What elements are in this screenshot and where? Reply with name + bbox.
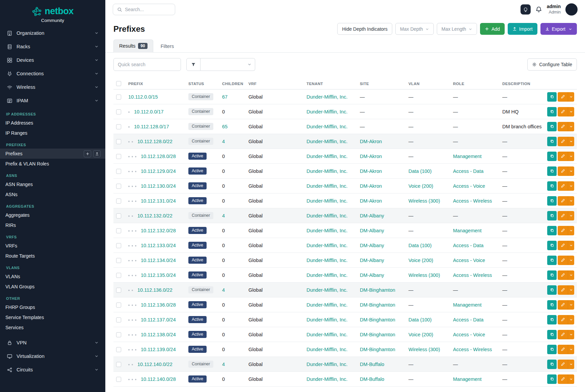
prefix-link[interactable]: 10.112.137.0/24 bbox=[141, 317, 176, 322]
row-checkbox[interactable] bbox=[116, 273, 121, 278]
tenant-link[interactable]: Dunder-Mifflin, Inc. bbox=[307, 302, 347, 308]
role-link[interactable]: Access - Wireless bbox=[453, 272, 492, 278]
import-prefixes-button[interactable] bbox=[93, 150, 101, 157]
row-checkbox[interactable] bbox=[116, 303, 121, 308]
sidebar-item-route-targets[interactable]: Route Targets bbox=[0, 251, 105, 261]
sidebar-item-prefixes[interactable]: Prefixes bbox=[0, 149, 105, 159]
sidebar-item-ipam[interactable]: IPAM bbox=[0, 94, 105, 107]
add-prefix-button[interactable] bbox=[84, 150, 91, 157]
vlan-link[interactable]: Data (100) bbox=[408, 243, 432, 248]
row-checkbox[interactable] bbox=[116, 154, 121, 159]
column-header-status[interactable]: STATUS bbox=[186, 78, 219, 89]
edit-dropdown-button[interactable] bbox=[568, 196, 574, 206]
site-link[interactable]: DM-Buffalo bbox=[360, 362, 384, 367]
prefix-link[interactable]: 10.112.130.0/24 bbox=[141, 183, 176, 189]
sidebar-item-asn-ranges[interactable]: ASN Ranges bbox=[0, 179, 105, 189]
site-link[interactable]: DM-Binghamton bbox=[360, 317, 395, 322]
max-depth-select[interactable]: Max Depth bbox=[395, 23, 434, 35]
tenant-link[interactable]: Dunder-Mifflin, Inc. bbox=[307, 258, 347, 263]
column-header-tenant[interactable]: TENANT bbox=[304, 78, 357, 89]
edit-button[interactable] bbox=[558, 256, 568, 265]
clone-button[interactable] bbox=[547, 241, 557, 250]
prefix-link[interactable]: 10.112.128.0/17 bbox=[134, 124, 169, 129]
row-checkbox[interactable] bbox=[116, 243, 121, 248]
clone-button[interactable] bbox=[547, 345, 557, 354]
prefix-link[interactable]: 10.112.135.0/24 bbox=[141, 272, 176, 278]
row-checkbox[interactable] bbox=[116, 139, 121, 144]
vlan-link[interactable]: Data (100) bbox=[408, 317, 432, 322]
tenant-link[interactable]: Dunder-Mifflin, Inc. bbox=[307, 124, 347, 129]
site-link[interactable]: DM-Buffalo bbox=[360, 376, 384, 382]
site-link[interactable]: DM-Akron bbox=[360, 183, 382, 189]
role-link[interactable]: Management bbox=[453, 302, 482, 308]
site-link[interactable]: DM-Albany bbox=[360, 272, 384, 278]
edit-dropdown-button[interactable] bbox=[568, 226, 574, 235]
site-link[interactable]: DM-Albany bbox=[360, 213, 384, 218]
sidebar-item-service-templates[interactable]: Service Templates bbox=[0, 312, 105, 322]
site-link[interactable]: DM-Akron bbox=[360, 198, 382, 204]
site-link[interactable]: DM-Akron bbox=[360, 139, 382, 144]
tab-filters[interactable]: Filters bbox=[155, 41, 179, 52]
children-count-link[interactable]: 67 bbox=[222, 94, 228, 100]
role-link[interactable]: Access - Wireless bbox=[453, 198, 492, 204]
tenant-link[interactable]: Dunder-Mifflin, Inc. bbox=[307, 94, 347, 100]
sidebar-item-ip-ranges[interactable]: IP Ranges bbox=[0, 128, 105, 138]
row-checkbox[interactable] bbox=[116, 258, 121, 263]
children-count-link[interactable]: 4 bbox=[222, 213, 225, 218]
edit-dropdown-button[interactable] bbox=[568, 137, 574, 146]
row-checkbox[interactable] bbox=[116, 109, 121, 114]
tenant-link[interactable]: Dunder-Mifflin, Inc. bbox=[307, 168, 347, 174]
role-link[interactable]: Access - Voice bbox=[453, 332, 485, 337]
edit-dropdown-button[interactable] bbox=[568, 166, 574, 176]
edit-dropdown-button[interactable] bbox=[568, 374, 574, 384]
vlan-link[interactable]: Voice (200) bbox=[408, 183, 433, 189]
row-checkbox[interactable] bbox=[116, 169, 121, 174]
vlan-link[interactable]: Voice (200) bbox=[408, 332, 433, 337]
role-link[interactable]: Access - Wireless bbox=[453, 347, 492, 352]
vlan-link[interactable]: Voice (200) bbox=[408, 258, 433, 263]
prefix-link[interactable]: 10.112.140.0/28 bbox=[141, 376, 176, 382]
sidebar-item-vlan-groups[interactable]: VLAN Groups bbox=[0, 282, 105, 292]
saved-filter-select[interactable] bbox=[201, 58, 255, 71]
row-checkbox[interactable] bbox=[116, 124, 121, 129]
clone-button[interactable] bbox=[547, 166, 557, 176]
sidebar-item-prefix-vlan-roles[interactable]: Prefix & VLAN Roles bbox=[0, 159, 105, 169]
children-count-link[interactable]: 4 bbox=[222, 287, 225, 293]
edit-button[interactable] bbox=[558, 211, 568, 220]
row-checkbox[interactable] bbox=[116, 228, 121, 233]
role-link[interactable]: Access - Data bbox=[453, 243, 483, 248]
clone-button[interactable] bbox=[547, 374, 557, 384]
clone-button[interactable] bbox=[547, 256, 557, 265]
edit-dropdown-button[interactable] bbox=[568, 330, 574, 339]
vlan-link[interactable]: Wireless (300) bbox=[408, 198, 440, 204]
site-link[interactable]: DM-Akron bbox=[360, 154, 382, 159]
tenant-link[interactable]: Dunder-Mifflin, Inc. bbox=[307, 198, 347, 204]
column-header-role[interactable]: ROLE bbox=[450, 78, 500, 89]
site-link[interactable]: DM-Binghamton bbox=[360, 347, 395, 352]
sidebar-item-circuits[interactable]: Circuits bbox=[0, 363, 105, 376]
filter-funnel-button[interactable] bbox=[186, 58, 201, 71]
tenant-link[interactable]: Dunder-Mifflin, Inc. bbox=[307, 347, 347, 352]
prefix-link[interactable]: 10.112.132.0/22 bbox=[137, 213, 172, 218]
row-checkbox[interactable] bbox=[116, 377, 121, 382]
site-link[interactable]: DM-Albany bbox=[360, 243, 384, 248]
edit-dropdown-button[interactable] bbox=[568, 270, 574, 280]
vlan-link[interactable]: Wireless (300) bbox=[408, 347, 440, 352]
clone-button[interactable] bbox=[547, 315, 557, 324]
edit-button[interactable] bbox=[558, 137, 568, 146]
row-checkbox[interactable] bbox=[116, 184, 121, 189]
sidebar-item-vpn[interactable]: VPN bbox=[0, 336, 105, 349]
column-header-vrf[interactable]: VRF bbox=[246, 78, 304, 89]
edit-dropdown-button[interactable] bbox=[568, 315, 574, 324]
tenant-link[interactable]: Dunder-Mifflin, Inc. bbox=[307, 272, 347, 278]
prefix-link[interactable]: 10.112.134.0/24 bbox=[141, 258, 176, 263]
configure-table-button[interactable]: Configure Table bbox=[527, 58, 577, 71]
site-link[interactable]: DM-Albany bbox=[360, 228, 384, 233]
prefix-link[interactable]: 10.112.128.0/22 bbox=[137, 139, 172, 144]
column-header-site[interactable]: SITE bbox=[357, 78, 406, 89]
row-checkbox[interactable] bbox=[116, 362, 121, 367]
row-checkbox[interactable] bbox=[116, 288, 121, 293]
clone-button[interactable] bbox=[547, 152, 557, 161]
children-count-link[interactable]: 65 bbox=[222, 124, 228, 129]
sidebar-item-virtualization[interactable]: Virtualization bbox=[0, 349, 105, 363]
